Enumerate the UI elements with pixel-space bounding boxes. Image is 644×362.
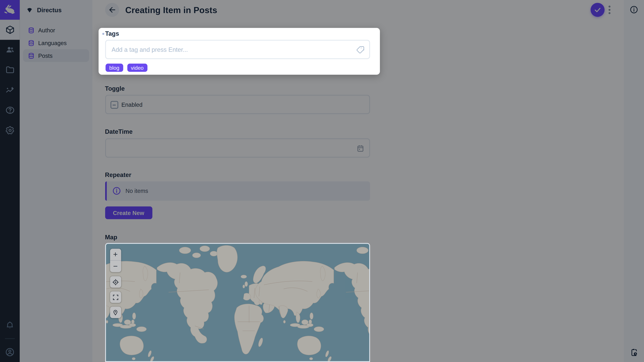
tags-input-box [105,40,370,59]
map-zoom-controls: + − [110,249,121,272]
tags-field-card: Tags blog video [98,28,380,75]
minus-icon: − [113,262,118,270]
plus-icon: + [113,250,118,258]
tag-icon [356,45,364,54]
required-indicator-dot [102,33,104,35]
tag-chip[interactable]: blog [106,64,123,72]
tags-field-label: Tags [105,30,119,37]
map-zoom-in-button[interactable]: + [110,249,121,260]
tags-input[interactable] [112,40,350,58]
map-widget[interactable]: + − [105,243,370,362]
world-map-canvas[interactable] [106,244,370,362]
marker-pin-icon [112,309,119,316]
app-window: Creating Item in Posts Toggle Enabled Da… [0,0,644,362]
fullscreen-icon [112,294,118,300]
map-geolocate-control [110,276,121,288]
map-zoom-out-button[interactable]: − [110,261,121,272]
tag-chip[interactable]: video [127,64,147,72]
fullscreen-button[interactable] [110,292,121,303]
map-add-marker-control [110,307,121,318]
geolocate-icon [112,279,119,286]
add-marker-button[interactable] [110,307,121,318]
geolocate-button[interactable] [110,276,121,288]
map-fullscreen-control [110,292,121,303]
